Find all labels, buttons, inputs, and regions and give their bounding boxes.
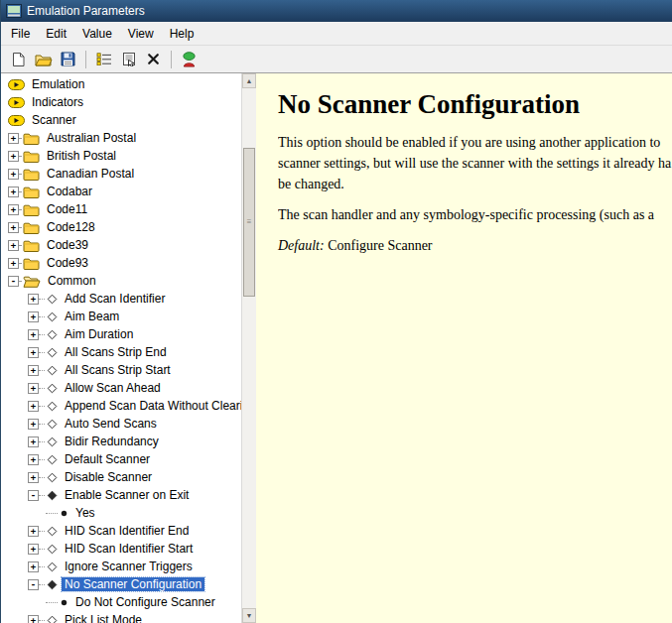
tree-item-hid-scan-identifier-start[interactable]: +HID Scan Identifier Start: [1, 540, 241, 558]
tree-item-code11[interactable]: +Code11: [1, 200, 241, 218]
tree-item-australian-postal[interactable]: +Australian Postal: [1, 129, 241, 147]
tree-item-scanner[interactable]: Scanner: [1, 111, 241, 129]
tree-item-british-postal[interactable]: +British Postal: [1, 147, 241, 165]
tree-item-default-scanner[interactable]: +Default Scanner: [1, 450, 241, 468]
paragraph: The scan handler and any symbology-speci…: [278, 204, 672, 225]
tree-connector: [39, 424, 45, 425]
tree-item-label: Pick List Mode: [62, 613, 145, 623]
tree-item-code128[interactable]: +Code128: [1, 218, 241, 236]
open-button[interactable]: [31, 48, 56, 70]
tree-item-bidir-redundancy[interactable]: +Bidir Redundancy: [1, 433, 241, 450]
menu-help[interactable]: Help: [162, 24, 202, 44]
expand-icon[interactable]: +: [28, 401, 39, 412]
collapse-icon[interactable]: -: [28, 490, 39, 501]
save-button[interactable]: [56, 48, 80, 70]
diamond-icon: [47, 544, 58, 555]
expand-icon[interactable]: +: [8, 222, 19, 233]
tree-item-auto-send-scans[interactable]: +Auto Send Scans: [1, 415, 241, 433]
tree-item-common[interactable]: -Common: [1, 272, 241, 290]
expand-icon[interactable]: +: [28, 294, 39, 305]
tree-item-no-scanner-configuration[interactable]: -No Scanner Configuration: [1, 575, 241, 593]
scroll-down-icon[interactable]: ▼: [242, 608, 256, 623]
expand-icon[interactable]: +: [28, 383, 39, 394]
status-button[interactable]: [177, 48, 202, 70]
tree-item-all-scans-strip-start[interactable]: +All Scans Strip Start: [1, 361, 241, 379]
tree-item-all-scans-strip-end[interactable]: +All Scans Strip End: [1, 343, 241, 361]
tree-item-label: Code11: [44, 202, 90, 216]
tree-item-ignore-scanner-triggers[interactable]: +Ignore Scanner Triggers: [1, 558, 241, 575]
tree-item-codabar[interactable]: +Codabar: [1, 183, 241, 200]
tree-connector: [19, 209, 21, 210]
tree-item-enable-scanner-on-exit[interactable]: -Enable Scanner on Exit: [1, 486, 241, 504]
tree-connector: [39, 584, 45, 585]
properties-button[interactable]: [116, 48, 141, 70]
expand-icon[interactable]: +: [8, 151, 19, 162]
tree-item-hid-scan-identifier-end[interactable]: +HID Scan Identifier End: [1, 522, 241, 540]
scrollbar-thumb[interactable]: ≡: [243, 148, 255, 297]
expand-icon[interactable]: +: [28, 419, 39, 430]
toolbar-separator: [85, 51, 86, 68]
expand-icon[interactable]: +: [8, 187, 19, 197]
tree-item-indicators[interactable]: Indicators: [1, 93, 241, 111]
tree-item-label: Do Not Configure Scanner: [72, 595, 218, 609]
collapse-icon[interactable]: -: [28, 579, 39, 590]
title-bar[interactable]: Emulation Parameters: [1, 0, 672, 22]
menu-file[interactable]: File: [3, 24, 38, 44]
expand-icon[interactable]: +: [8, 240, 19, 251]
tree-item-aim-duration[interactable]: +Aim Duration: [1, 325, 241, 343]
properties-icon: [122, 52, 136, 66]
tree-item-aim-beam[interactable]: +Aim Beam: [1, 308, 241, 325]
tree-item-code93[interactable]: +Code93: [1, 254, 241, 272]
expand-icon[interactable]: +: [28, 544, 39, 555]
expand-icon[interactable]: +: [8, 258, 19, 269]
expand-icon[interactable]: +: [28, 365, 39, 376]
folder-closed-icon: [23, 132, 40, 145]
default-value: Configure Scanner: [328, 238, 432, 253]
tree-item-label: Bidir Redundancy: [62, 435, 162, 448]
expand-icon[interactable]: +: [28, 526, 39, 537]
page-title: No Scanner Configuration: [278, 89, 672, 120]
tree-item-add-scan-identifier[interactable]: +Add Scan Identifier: [1, 290, 241, 308]
tree-item-allow-scan-ahead[interactable]: +Allow Scan Ahead: [1, 379, 241, 397]
tree-connector: [39, 299, 45, 300]
expand-icon[interactable]: +: [8, 133, 19, 144]
folder-closed-icon: [23, 239, 40, 252]
expand-icon[interactable]: +: [28, 561, 39, 572]
expand-icon[interactable]: +: [28, 347, 39, 358]
tree-item-emulation[interactable]: Emulation: [1, 75, 241, 93]
tree-item-label: All Scans Strip Start: [62, 363, 174, 377]
collapse-icon[interactable]: -: [8, 276, 19, 287]
scroll-up-icon[interactable]: ▲: [242, 73, 256, 88]
tree-item-disable-scanner[interactable]: +Disable Scanner: [1, 468, 241, 486]
tree-indent: [1, 263, 8, 264]
menu-value[interactable]: Value: [74, 24, 120, 44]
menu-edit[interactable]: Edit: [38, 24, 74, 44]
tree-item-append-scan-data-without-cleari[interactable]: +Append Scan Data Without Cleari: [1, 397, 241, 415]
tree-indent: [1, 566, 28, 567]
tree-item-yes[interactable]: Yes: [1, 504, 241, 522]
expand-icon[interactable]: +: [8, 169, 19, 180]
tree-item-pick-list-mode[interactable]: +Pick List Mode: [1, 611, 241, 623]
tree-item-label: Enable Scanner on Exit: [62, 488, 192, 502]
tree-indent: [1, 299, 28, 300]
diamond-icon: [47, 472, 58, 483]
tree-item-do-not-configure-scanner[interactable]: Do Not Configure Scanner: [1, 593, 241, 611]
expand-icon[interactable]: +: [8, 204, 19, 215]
expand-icon[interactable]: +: [28, 615, 39, 623]
expand-icon[interactable]: +: [28, 312, 39, 322]
tree-item-canadian-postal[interactable]: +Canadian Postal: [1, 165, 241, 183]
expand-icon[interactable]: +: [28, 454, 39, 465]
delete-button[interactable]: [141, 48, 166, 70]
expand-icon[interactable]: +: [28, 436, 39, 447]
expand-icon[interactable]: +: [28, 329, 39, 340]
tree-item-code39[interactable]: +Code39: [1, 236, 241, 254]
menu-view[interactable]: View: [120, 24, 162, 44]
diamond-icon: [47, 347, 58, 358]
new-button[interactable]: [6, 48, 31, 70]
expand-icon[interactable]: +: [28, 472, 39, 483]
list-view-button[interactable]: [91, 48, 116, 70]
tree-item-label: Australian Postal: [44, 131, 139, 145]
folder-closed-icon: [23, 257, 40, 270]
tree-scrollbar[interactable]: ▲ ≡ ▼: [241, 73, 256, 623]
diamond-icon: [47, 436, 58, 447]
